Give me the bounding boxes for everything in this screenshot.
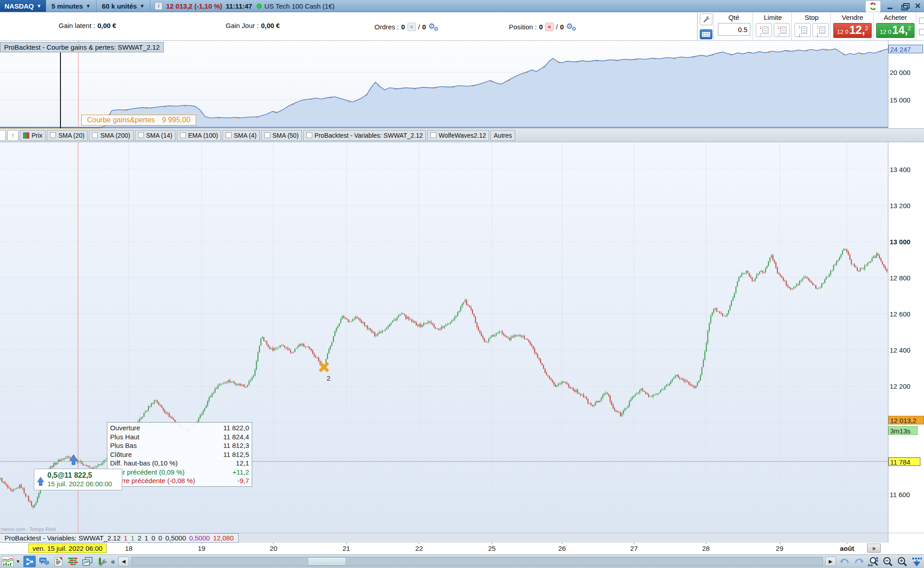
indicator-item-prix[interactable]: Prix [20,130,46,141]
chart-scrollbar[interactable] [131,557,823,566]
indicator-label: SMA (200) [100,132,130,139]
checkbox-icon[interactable] [226,132,231,138]
equity-chart-area[interactable]: ProBacktest - Courbe gains & pertes: SWW… [0,41,888,128]
orders-separator: / [418,23,420,31]
equity-panel-title: ProBacktest - Courbe gains & pertes: SWW… [0,42,164,52]
checkbox-icon[interactable] [430,132,436,138]
sell-button[interactable]: 12 0 12, 2 [833,23,872,38]
restore-button[interactable] [901,3,908,9]
indicator-item-sma-200[interactable]: SMA (200) [89,130,133,141]
date-tick: 29 [776,545,784,552]
order-doc-icon [801,27,807,34]
indicator-item-wolfewaves2-12[interactable]: WolfeWaves2.12 [427,130,489,141]
scroll-forward-button[interactable]: » [867,544,881,553]
tooltip-row-value: 11 822,0 [223,424,249,433]
sell-limit-button[interactable]: ↓↑ [756,23,772,37]
buy-arrow-icon [37,477,44,482]
indicator-label: SMA (4) [234,132,257,139]
orders-count2: 0 [422,23,426,31]
clipped-toolbar-button[interactable] [0,130,6,141]
chat-button[interactable] [38,556,50,567]
workspaces-button[interactable] [81,556,93,567]
buy-button[interactable]: 12 0 14, 2 [876,23,915,38]
checkbox-icon[interactable] [180,132,186,138]
dock-panel-button[interactable] [910,556,923,567]
checkbox-icon[interactable] [264,132,270,138]
close-button[interactable]: ✕ [914,3,921,9]
timeframe-select[interactable]: 5 minutes ▼ [46,0,97,12]
checkbox-icon[interactable] [92,132,98,138]
zoom-in-button[interactable] [896,556,908,567]
collapse-toolbar-icon[interactable]: « [110,558,116,566]
units-select[interactable]: 60 k unités ▼ [97,0,150,12]
variable-value: 2 [138,534,141,542]
date-axis-track[interactable]: ven. 15 juil. 2022 06:00 » 1819202122252… [0,543,888,554]
trade-entry-label[interactable]: 0,5@11 822,5 15 juil. 2022 06:00:00 [34,469,122,490]
chart-style-caret[interactable]: ▼ [16,559,21,564]
orders-label: Ordres : [374,23,399,31]
tooltip-row-value: -9,7 [237,476,249,485]
info-icon[interactable]: i [155,2,162,10]
scroll-right-button[interactable]: ▶ [825,557,836,566]
exit-cross-icon [321,364,327,370]
limit-checkbox[interactable] [919,18,924,24]
indicator-item-sma-4[interactable]: SMA (4) [222,130,260,141]
candle-icon [23,132,29,139]
variables-tab[interactable]: ProBacktest - Variables: SWWAT_2.12 1121… [0,533,239,543]
order-book-button[interactable] [67,556,79,567]
quote-time: 11:11:47 [226,2,252,10]
buy-limit-button[interactable]: ↓↑ [774,23,790,37]
orders-settings-icon[interactable]: ⚙⚙ [428,22,437,32]
stop-checkbox[interactable] [919,29,924,35]
indicator-item-ema-100[interactable]: EMA (100) [177,130,221,141]
zoom-fit-button[interactable] [867,556,879,567]
indicator-label: ProBacktest - Variables: SWWAT_2.12 [314,132,423,139]
checkbox-icon[interactable] [138,132,144,138]
candlestick-chart-area[interactable]: 2 Ouverture11 822,0Plus Haut11 824,4Plus… [0,142,888,533]
bottom-toolbar: ▼ [0,554,924,568]
news-button[interactable] [52,556,65,567]
keyboard-button[interactable] [700,29,712,39]
indicator-items: PrixSMA (20)SMA (200)SMA (14)EMA (100)SM… [20,130,515,141]
variables-bar-row: ProBacktest - Variables: SWWAT_2.12 1121… [0,533,924,543]
share-button[interactable] [23,556,36,567]
order-settings-button[interactable] [700,14,712,25]
scroll-left-button[interactable]: ◀ [118,557,129,566]
indicator-item-sma-50[interactable]: SMA (50) [261,130,302,141]
indicator-item-probacktest-variables-swwat-2-12[interactable]: ProBacktest - Variables: SWWAT_2.12 [303,130,426,141]
buy-stop-button[interactable]: ↑↓ [813,23,829,37]
indicator-item-autres[interactable]: Autres [490,130,515,141]
expand-panel-button[interactable]: ↑ [7,130,18,141]
price-axis-badge: 11 784 [888,457,920,466]
cancel-orders-icon[interactable]: × [407,23,416,31]
instrument-select[interactable]: NASDAQ ▼ [0,0,46,12]
indicator-label: Autres [494,132,512,139]
indicator-item-sma-20[interactable]: SMA (20) [47,130,88,141]
checkbox-icon[interactable] [50,132,56,138]
equity-price-axis[interactable]: 24 24720 00015 000 [888,41,924,128]
chart-settings-button[interactable] [96,556,108,567]
date-tick: 19 [198,545,205,552]
tooltip-row-value: +11,2 [232,468,249,477]
sell-price-prefix: 12 0 [837,28,848,35]
quantity-input[interactable] [718,23,750,36]
scrollbar-thumb[interactable] [308,557,346,566]
zoom-out-button[interactable] [882,556,894,567]
tooltip-row: / barre précédente (-0,08 %)-9,7 [110,476,249,485]
refresh-button[interactable] [865,0,881,12]
quantity-label: Qté [728,13,739,22]
tooltip-row-label: Diff. haut-bas (0,10 %) [110,459,178,468]
sell-stop-button[interactable]: ↑↓ [795,23,811,37]
checkbox-icon[interactable] [306,132,312,138]
undo-button[interactable] [838,556,850,567]
price-axis[interactable]: 13 40013 20013 00012 80012 60012 40012 2… [888,142,924,533]
indicator-item-sma-14[interactable]: SMA (14) [135,130,176,141]
variable-value: 0 [158,534,162,542]
redo-button[interactable] [853,556,865,567]
close-position-icon[interactable]: × [545,23,554,31]
chat-icon [39,557,50,567]
position-settings-icon[interactable]: ⚙⚙ [566,22,575,32]
limit-label: Limite [764,13,782,22]
minimize-button[interactable] [887,3,894,9]
chart-style-button[interactable] [1,556,14,567]
